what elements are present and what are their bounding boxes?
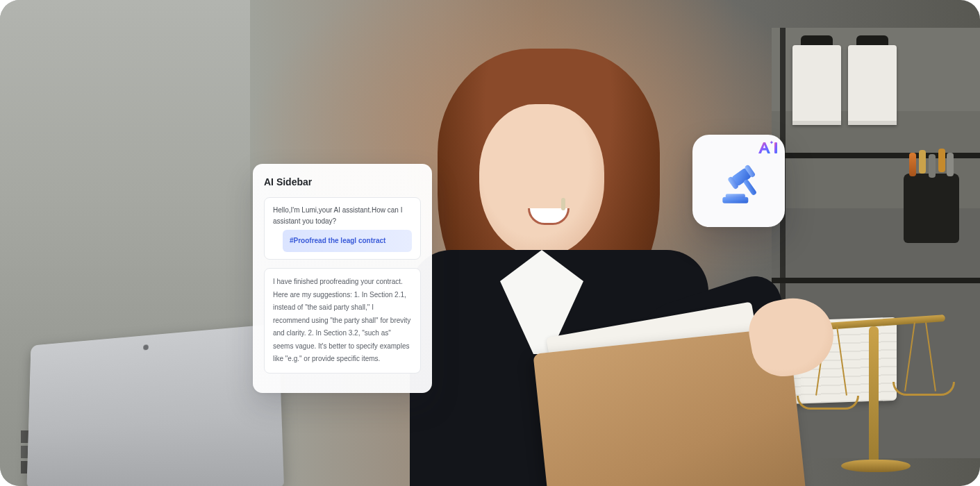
svg-rect-2 [725, 194, 745, 198]
ai-sidebar-panel: AI Sidebar Hello,I'm Lumi,your AI assist… [253, 164, 432, 393]
pencil-cup-icon [904, 174, 959, 243]
ai-badge-icon [756, 140, 779, 156]
binder-icon [848, 45, 897, 125]
proofread-suggestion-chip[interactable]: #Proofread the leagl contract [283, 230, 412, 252]
binder-icon [792, 45, 841, 125]
ai-greeting-message: Hello,I'm Lumi,your AI assistant.How can… [264, 197, 421, 260]
ai-response-message: I have finished proofreading your contra… [264, 268, 421, 374]
gavel-icon [713, 159, 765, 210]
ai-sidebar-title: AI Sidebar [264, 176, 421, 187]
svg-rect-6 [742, 178, 756, 196]
svg-rect-0 [774, 142, 777, 153]
ai-greeting-text: Hello,I'm Lumi,your AI assistant.How can… [273, 206, 402, 225]
laptop-icon [26, 324, 283, 486]
hero-image: AI Sidebar Hello,I'm Lumi,your AI assist… [0, 0, 980, 486]
legal-ai-card[interactable] [692, 135, 785, 227]
